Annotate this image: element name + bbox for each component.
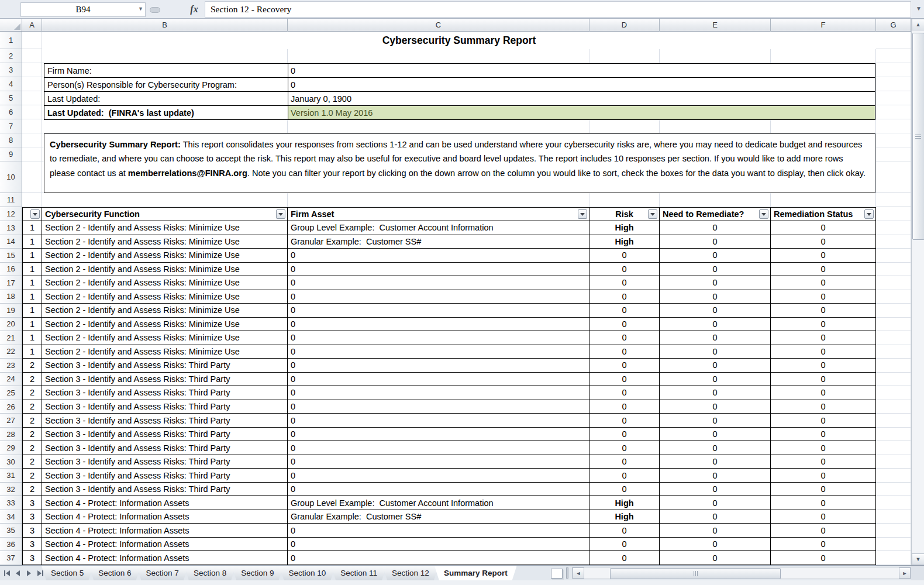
cell-F14[interactable]: 0 xyxy=(771,235,876,249)
cell-A35[interactable]: 3 xyxy=(22,524,42,538)
cell-D26[interactable]: 0 xyxy=(589,400,660,414)
cell-A16[interactable]: 1 xyxy=(22,263,42,277)
filter-dropdown-button[interactable] xyxy=(276,209,285,219)
row-header-7[interactable]: 7 xyxy=(0,119,22,133)
row-header-26[interactable]: 26 xyxy=(0,400,22,414)
cell-A25[interactable]: 2 xyxy=(22,386,42,400)
cell-E20[interactable]: 0 xyxy=(660,318,771,332)
cell-E12[interactable]: Need to Remediate? xyxy=(660,207,771,221)
column-header-D[interactable]: D xyxy=(589,19,660,32)
cell-A30[interactable]: 2 xyxy=(22,455,42,469)
cell-E13[interactable]: 0 xyxy=(660,221,771,235)
cell-F37[interactable]: 0 xyxy=(771,551,876,565)
cell-D25[interactable]: 0 xyxy=(589,386,660,400)
cell-B30[interactable]: Section 3 - Identify and Assess Risks: T… xyxy=(42,455,288,469)
cell-A17[interactable]: 1 xyxy=(22,276,42,290)
prev-sheet-button[interactable] xyxy=(13,567,23,579)
cell-A14[interactable]: 1 xyxy=(22,235,42,249)
cell-C26[interactable]: 0 xyxy=(288,400,589,414)
sheet-tab-section-5[interactable]: Section 5 xyxy=(42,566,93,580)
column-header-F[interactable]: F xyxy=(771,19,876,32)
cell-B16[interactable]: Section 2 - Identify and Assess Risks: M… xyxy=(42,263,288,277)
cell-E21[interactable]: 0 xyxy=(660,331,771,345)
row-header-5[interactable]: 5 xyxy=(0,91,22,105)
vertical-scrollbar-thumb[interactable] xyxy=(912,33,924,240)
cell-A33[interactable]: 3 xyxy=(22,496,42,510)
cell-F20[interactable]: 0 xyxy=(771,318,876,332)
cell-C23[interactable]: 0 xyxy=(288,359,589,373)
row-header-36[interactable]: 36 xyxy=(0,538,22,552)
column-header-G[interactable]: G xyxy=(876,19,911,32)
cell-C24[interactable]: 0 xyxy=(288,373,589,387)
cell-B36[interactable]: Section 4 - Protect: Information Assets xyxy=(42,538,288,552)
cell-A37[interactable]: 3 xyxy=(22,551,42,565)
cell-D29[interactable]: 0 xyxy=(589,441,660,455)
insert-function-button[interactable]: fx xyxy=(185,2,204,16)
cell-B34[interactable]: Section 4 - Protect: Information Assets xyxy=(42,510,288,524)
sheet-tab-section-6[interactable]: Section 6 xyxy=(89,566,140,580)
horizontal-scrollbar-thumb[interactable] xyxy=(610,568,781,579)
column-header-C[interactable]: C xyxy=(288,19,589,32)
cell-B14[interactable]: Section 2 - Identify and Assess Risks: M… xyxy=(42,235,288,249)
cell-A21[interactable]: 1 xyxy=(22,331,42,345)
row-header-13[interactable]: 13 xyxy=(0,221,22,235)
cell-E27[interactable]: 0 xyxy=(660,414,771,428)
sheet-tab-section-11[interactable]: Section 11 xyxy=(331,566,387,580)
cell-D18[interactable]: 0 xyxy=(589,290,660,304)
cell-F12[interactable]: Remediation Status xyxy=(771,207,876,221)
column-header-B[interactable]: B xyxy=(42,19,288,32)
cell-C20[interactable]: 0 xyxy=(288,318,589,332)
cell-C29[interactable]: 0 xyxy=(288,441,589,455)
cell-F24[interactable]: 0 xyxy=(771,373,876,387)
row-header-20[interactable]: 20 xyxy=(0,318,22,332)
cell-A24[interactable]: 2 xyxy=(22,373,42,387)
cell-A19[interactable]: 1 xyxy=(22,304,42,318)
cell-C17[interactable]: 0 xyxy=(288,276,589,290)
cell-F19[interactable]: 0 xyxy=(771,304,876,318)
cell-A22[interactable]: 1 xyxy=(22,345,42,359)
row-header-4[interactable]: 4 xyxy=(0,77,22,91)
cell-F17[interactable]: 0 xyxy=(771,276,876,290)
scroll-down-icon[interactable]: ▼ xyxy=(912,553,924,565)
cell-E16[interactable]: 0 xyxy=(660,263,771,277)
row-header-27[interactable]: 27 xyxy=(0,414,22,428)
cell-E19[interactable]: 0 xyxy=(660,304,771,318)
cell-B21[interactable]: Section 2 - Identify and Assess Risks: M… xyxy=(42,331,288,345)
row-header-17[interactable]: 17 xyxy=(0,276,22,290)
sheet-tab-section-8[interactable]: Section 8 xyxy=(184,566,236,580)
info-value[interactable]: 0 xyxy=(288,78,875,91)
cell-A31[interactable]: 2 xyxy=(22,469,42,483)
cell-B22[interactable]: Section 2 - Identify and Assess Risks: M… xyxy=(42,345,288,359)
cell-D19[interactable]: 0 xyxy=(589,304,660,318)
cell-C31[interactable]: 0 xyxy=(288,469,589,483)
info-value[interactable]: 0 xyxy=(288,64,875,77)
cell-D14[interactable]: High xyxy=(589,235,660,249)
cell-D23[interactable]: 0 xyxy=(589,359,660,373)
cell-C22[interactable]: 0 xyxy=(288,345,589,359)
cell-F23[interactable]: 0 xyxy=(771,359,876,373)
row-header-30[interactable]: 30 xyxy=(0,455,22,469)
cell-D31[interactable]: 0 xyxy=(589,469,660,483)
cell-E36[interactable]: 0 xyxy=(660,538,771,552)
cell-F25[interactable]: 0 xyxy=(771,386,876,400)
scroll-right-icon[interactable]: ► xyxy=(899,567,911,579)
row-header-1[interactable]: 1 xyxy=(0,32,22,49)
cell-D36[interactable]: 0 xyxy=(589,538,660,552)
cell-E32[interactable]: 0 xyxy=(660,483,771,497)
cell-A18[interactable]: 1 xyxy=(22,290,42,304)
row-header-9[interactable]: 9 xyxy=(0,147,22,161)
cell-E26[interactable]: 0 xyxy=(660,400,771,414)
cell-D21[interactable]: 0 xyxy=(589,331,660,345)
cell-F27[interactable]: 0 xyxy=(771,414,876,428)
cell-B29[interactable]: Section 3 - Identify and Assess Risks: T… xyxy=(42,441,288,455)
cell-F36[interactable]: 0 xyxy=(771,538,876,552)
cell-E37[interactable]: 0 xyxy=(660,551,771,565)
cell-E14[interactable]: 0 xyxy=(660,235,771,249)
cell-D20[interactable]: 0 xyxy=(589,318,660,332)
cell-D17[interactable]: 0 xyxy=(589,276,660,290)
cell-F18[interactable]: 0 xyxy=(771,290,876,304)
cell-E34[interactable]: 0 xyxy=(660,510,771,524)
cell-B20[interactable]: Section 2 - Identify and Assess Risks: M… xyxy=(42,318,288,332)
next-sheet-button[interactable] xyxy=(24,567,34,579)
row-header-22[interactable]: 22 xyxy=(0,345,22,359)
